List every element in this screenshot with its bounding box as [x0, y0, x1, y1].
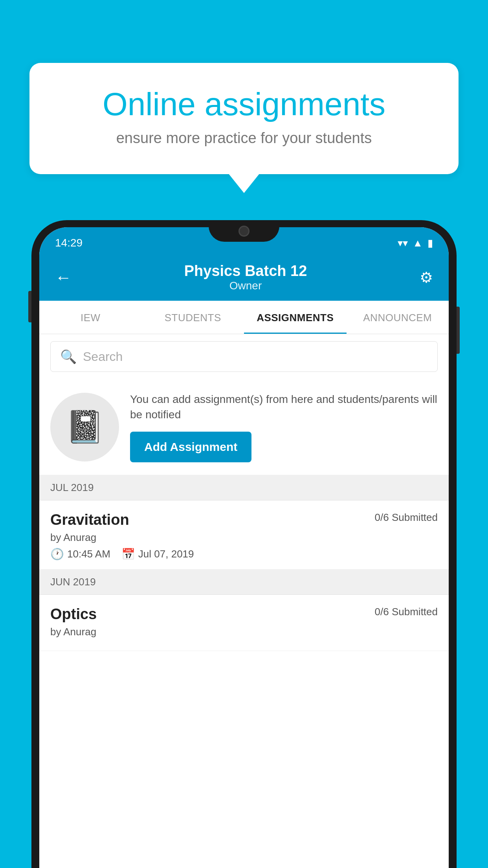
add-assignment-button[interactable]: Add Assignment [130, 432, 251, 462]
speech-bubble-container: Online assignments ensure more practice … [29, 63, 459, 174]
assignment-author-gravitation: by Anurag [50, 531, 438, 544]
tab-assignments[interactable]: ASSIGNMENTS [244, 301, 347, 334]
assignment-item-optics[interactable]: Optics 0/6 Submitted by Anurag [39, 595, 449, 651]
promo-text: You can add assignment(s) from here and … [130, 392, 438, 422]
assignment-top-optics: Optics 0/6 Submitted [50, 606, 438, 623]
section-label-jun: JUN 2019 [50, 576, 96, 588]
signal-icon: ▲ [413, 237, 423, 249]
assignment-submitted-gravitation: 0/6 Submitted [375, 511, 438, 524]
assignment-item-gravitation[interactable]: Gravitation 0/6 Submitted by Anurag 🕐 10… [39, 500, 449, 570]
wifi-icon: ▾▾ [398, 237, 408, 249]
power-button [457, 307, 460, 354]
tab-iew[interactable]: IEW [39, 301, 142, 334]
promo-card: 📓 You can add assignment(s) from here an… [39, 379, 449, 475]
calendar-icon: 📅 [121, 548, 135, 561]
header-title: Physics Batch 12 [184, 263, 307, 280]
assignment-time-value: 10:45 AM [67, 548, 110, 560]
section-header-jul: JUL 2019 [39, 475, 449, 500]
battery-icon: ▮ [427, 237, 433, 249]
assignment-date: 📅 Jul 07, 2019 [121, 548, 194, 561]
promo-content: You can add assignment(s) from here and … [130, 392, 438, 462]
phone-mockup: 14:29 ▾▾ ▲ ▮ ← Physics Batch 12 Owner ⚙ … [31, 220, 457, 868]
settings-icon[interactable]: ⚙ [420, 269, 433, 286]
assignment-author-optics: by Anurag [50, 626, 438, 638]
search-container: 🔍 Search [39, 334, 449, 379]
tabs-container: IEW STUDENTS ASSIGNMENTS ANNOUNCEM [39, 301, 449, 334]
status-icons: ▾▾ ▲ ▮ [398, 237, 433, 249]
assignment-submitted-optics: 0/6 Submitted [375, 606, 438, 618]
status-time: 14:29 [55, 237, 83, 249]
phone-screen: 14:29 ▾▾ ▲ ▮ ← Physics Batch 12 Owner ⚙ … [39, 227, 449, 868]
speech-bubble: Online assignments ensure more practice … [29, 63, 459, 174]
assignment-title-optics: Optics [50, 606, 97, 623]
assignment-top: Gravitation 0/6 Submitted [50, 511, 438, 528]
tab-announcements[interactable]: ANNOUNCEM [347, 301, 449, 334]
search-icon: 🔍 [60, 349, 77, 364]
volume-button [28, 291, 31, 322]
app-header: ← Physics Batch 12 Owner ⚙ [39, 255, 449, 301]
assignment-meta-gravitation: 🕐 10:45 AM 📅 Jul 07, 2019 [50, 548, 438, 561]
search-bar[interactable]: 🔍 Search [50, 341, 438, 372]
search-input[interactable]: Search [83, 349, 123, 364]
bubble-title: Online assignments [57, 86, 431, 122]
promo-icon-circle: 📓 [50, 393, 119, 462]
assignment-time: 🕐 10:45 AM [50, 548, 110, 561]
assignment-date-value: Jul 07, 2019 [138, 548, 194, 560]
phone-notch [209, 220, 279, 242]
clock-icon: 🕐 [50, 548, 64, 561]
front-camera [238, 226, 250, 237]
assignment-title-gravitation: Gravitation [50, 511, 129, 528]
section-label-jul: JUL 2019 [50, 482, 94, 493]
tab-students[interactable]: STUDENTS [142, 301, 244, 334]
header-title-group: Physics Batch 12 Owner [184, 263, 307, 292]
notebook-icon: 📓 [65, 408, 105, 445]
back-button[interactable]: ← [55, 268, 72, 287]
bubble-subtitle: ensure more practice for your students [57, 130, 431, 147]
section-header-jun: JUN 2019 [39, 570, 449, 595]
header-subtitle: Owner [184, 280, 307, 292]
